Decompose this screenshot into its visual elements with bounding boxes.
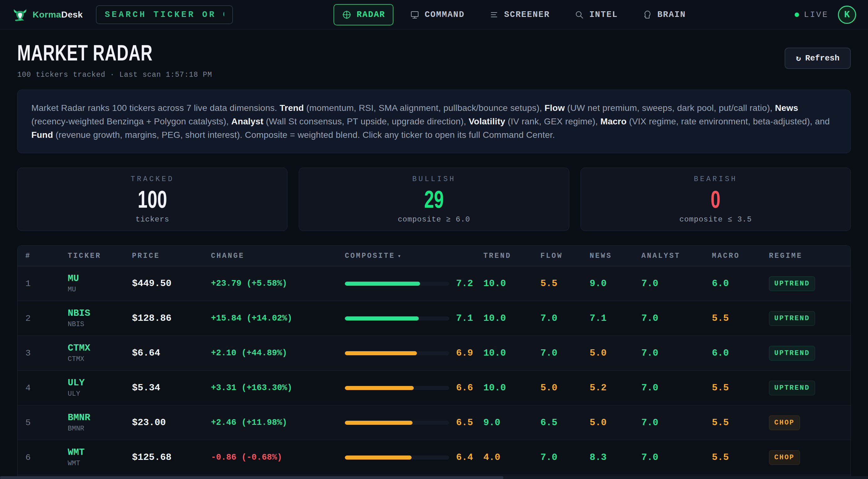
column-header-news[interactable]: NEWS bbox=[590, 252, 641, 260]
ticker-row-wmt[interactable]: 6WMTWMT$125.68-0.86 (-0.68%)6.44.07.08.3… bbox=[18, 440, 850, 475]
stat-value: 0 bbox=[709, 187, 722, 212]
nav-item-screener[interactable]: SCREENER bbox=[481, 4, 558, 25]
ticker-symbol: MU bbox=[68, 274, 132, 284]
ticker-row-uly[interactable]: 4ULYULY$5.34+3.31 (+163.30%)6.610.05.05.… bbox=[18, 371, 850, 405]
regime-cell: CHOP bbox=[769, 450, 850, 465]
column-header-analyst[interactable]: ANALYST bbox=[641, 252, 712, 260]
composite-cell: 6.9 bbox=[345, 348, 484, 358]
ticker-row-mu[interactable]: 1MUMU$449.50+23.79 (+5.58%)7.210.05.59.0… bbox=[18, 266, 850, 301]
radar-icon bbox=[342, 10, 352, 20]
ticker-symbol: CTMX bbox=[68, 343, 132, 353]
column-header-regime[interactable]: REGIME bbox=[769, 252, 850, 260]
ticker-row-ctmx[interactable]: 3CTMXCTMX$6.64+2.10 (+44.89%)6.910.07.05… bbox=[18, 336, 850, 371]
dimension-term: Trend bbox=[280, 103, 304, 113]
score-analyst: 7.0 bbox=[641, 278, 712, 289]
refresh-label: Refresh bbox=[805, 54, 839, 63]
score-analyst: 7.0 bbox=[641, 383, 712, 393]
live-label: LIVE bbox=[804, 10, 829, 20]
nav-item-label: INTEL bbox=[589, 10, 618, 20]
row-rank: 3 bbox=[25, 348, 68, 358]
nav-item-radar[interactable]: RADAR bbox=[334, 4, 394, 25]
column-header-macro[interactable]: MACRO bbox=[712, 252, 769, 260]
description-text: (recency-weighted Benzinga + Polygon cat… bbox=[31, 117, 231, 126]
scrollbar-thumb[interactable] bbox=[0, 476, 503, 479]
score-trend: 4.0 bbox=[484, 452, 540, 463]
ticker-cell: MUMU bbox=[68, 274, 132, 293]
column-header-change[interactable]: CHANGE bbox=[211, 252, 345, 260]
composite-cell: 6.5 bbox=[345, 417, 484, 428]
regime-badge: UPTREND bbox=[769, 346, 815, 360]
stat-sub: composite ≥ 6.0 bbox=[398, 215, 470, 224]
price: $125.68 bbox=[132, 452, 211, 463]
stat-sub: tickers bbox=[135, 215, 169, 224]
composite-bar-fill bbox=[345, 316, 419, 320]
search-input[interactable] bbox=[96, 5, 233, 24]
nav-item-command[interactable]: COMMAND bbox=[402, 4, 473, 25]
composite-cell: 6.6 bbox=[345, 383, 484, 393]
nav-item-intel[interactable]: INTEL bbox=[566, 4, 626, 25]
stat-label: BULLISH bbox=[412, 175, 456, 183]
ticker-name: ULY bbox=[68, 390, 132, 398]
live-dot-icon bbox=[795, 12, 799, 17]
score-macro: 5.5 bbox=[712, 383, 769, 393]
column-header-flow[interactable]: FLOW bbox=[540, 252, 590, 260]
table-body: 1MUMU$449.50+23.79 (+5.58%)7.210.05.59.0… bbox=[18, 266, 850, 479]
ticker-cell: NBISNBIS bbox=[68, 308, 132, 328]
ticker-cell: BMNRBMNR bbox=[68, 413, 132, 433]
logo[interactable]: KormaDesk bbox=[12, 7, 83, 23]
description-text: (UW net premium, sweeps, dark pool, put/… bbox=[565, 103, 775, 113]
ticker-cell: WMTWMT bbox=[68, 447, 132, 468]
score-macro: 5.5 bbox=[712, 417, 769, 428]
description-text: Market Radar ranks 100 tickers across 7 … bbox=[31, 103, 280, 113]
price: $449.50 bbox=[132, 278, 211, 289]
composite-bar-track bbox=[345, 282, 449, 286]
top-nav: KormaDesk RADARCOMMANDSCREENERINTELBRAIN… bbox=[0, 0, 868, 29]
ticker-name: BMNR bbox=[68, 425, 132, 433]
composite-bar-track bbox=[345, 455, 449, 459]
composite-bar-track bbox=[345, 421, 449, 425]
column-header-composite[interactable]: COMPOSITE▾ bbox=[345, 252, 484, 260]
row-rank: 6 bbox=[25, 453, 68, 462]
price: $128.86 bbox=[132, 313, 211, 324]
column-header-rank[interactable]: # bbox=[25, 252, 68, 260]
avatar[interactable]: K bbox=[838, 6, 856, 24]
description-text: (momentum, RSI, SMA alignment, pullback/… bbox=[304, 103, 545, 113]
refresh-button[interactable]: ↻ Refresh bbox=[785, 47, 851, 69]
horizontal-scrollbar[interactable] bbox=[0, 476, 868, 479]
ticker-symbol: ULY bbox=[68, 378, 132, 388]
refresh-icon: ↻ bbox=[796, 53, 801, 63]
composite-cell: 7.2 bbox=[345, 278, 484, 289]
ticker-cell: CTMXCTMX bbox=[68, 343, 132, 363]
sort-descending-icon: ▾ bbox=[398, 253, 402, 259]
composite-cell: 6.4 bbox=[345, 452, 484, 463]
change: +3.31 (+163.30%) bbox=[211, 383, 345, 392]
composite-bar-fill bbox=[345, 455, 411, 459]
score-analyst: 7.0 bbox=[641, 313, 712, 324]
regime-badge: CHOP bbox=[769, 415, 800, 430]
column-header-trend[interactable]: TREND bbox=[484, 252, 540, 260]
brand-secondary: Desk bbox=[61, 10, 83, 20]
ticker-row-bmnr[interactable]: 5BMNRBMNR$23.00+2.46 (+11.98%)6.59.06.55… bbox=[18, 405, 850, 440]
column-header-price[interactable]: PRICE bbox=[132, 252, 211, 260]
ticker-row-nbis[interactable]: 2NBISNBIS$128.86+15.84 (+14.02%)7.110.07… bbox=[18, 301, 850, 336]
column-header-ticker[interactable]: TICKER bbox=[68, 252, 132, 260]
ticker-symbol: WMT bbox=[68, 447, 132, 458]
dimension-term: News bbox=[775, 103, 798, 113]
dimension-term: Fund bbox=[31, 130, 53, 140]
page-head: MARKET RADAR 100 tickers tracked · Last … bbox=[17, 42, 851, 79]
dimension-term: Macro bbox=[600, 117, 626, 126]
composite-bar-track bbox=[345, 386, 449, 390]
composite-bar-fill bbox=[345, 351, 417, 355]
nav-item-brain[interactable]: BRAIN bbox=[634, 4, 694, 25]
composite-value: 6.5 bbox=[456, 417, 473, 428]
main-nav: RADARCOMMANDSCREENERINTELBRAIN bbox=[334, 4, 694, 25]
radar-description: Market Radar ranks 100 tickers across 7 … bbox=[17, 90, 851, 153]
composite-value: 6.9 bbox=[456, 348, 473, 358]
bull-logo-icon bbox=[12, 7, 28, 23]
regime-badge: UPTREND bbox=[769, 311, 815, 326]
score-news: 7.1 bbox=[590, 313, 641, 324]
ticker-name: WMT bbox=[68, 459, 132, 468]
score-macro: 6.0 bbox=[712, 348, 769, 358]
score-macro: 6.0 bbox=[712, 278, 769, 289]
composite-cell: 7.1 bbox=[345, 313, 484, 324]
